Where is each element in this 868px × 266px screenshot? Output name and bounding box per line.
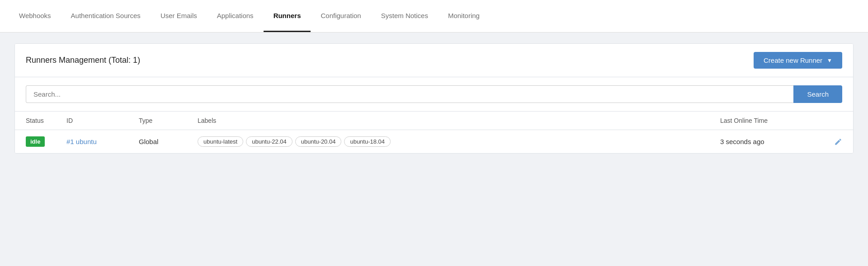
search-input[interactable] (26, 85, 793, 103)
id-cell: #1 ubuntu (66, 138, 139, 145)
table-row: idle #1 ubuntu Global ubuntu-latest ubun… (15, 130, 853, 153)
runner-link[interactable]: #1 ubuntu (66, 138, 97, 145)
table-header: Status ID Type Labels Last Online Time (15, 112, 853, 130)
nav-item-user-emails[interactable]: User Emails (151, 0, 207, 32)
label-ubuntu-18: ubuntu-18.04 (344, 136, 391, 147)
labels-cell: ubuntu-latest ubuntu-22.04 ubuntu-20.04 … (198, 136, 720, 147)
panel-title: Runners Management (Total: 1) (26, 56, 140, 65)
nav-item-webhooks[interactable]: Webhooks (9, 0, 61, 32)
status-cell: idle (26, 136, 66, 147)
nav-item-runners[interactable]: Runners (264, 0, 311, 32)
nav-item-configuration[interactable]: Configuration (311, 0, 371, 32)
col-last-online: Last Online Time (720, 117, 820, 124)
nav-item-auth-sources[interactable]: Authentication Sources (61, 0, 151, 32)
runners-panel: Runners Management (Total: 1) Create new… (14, 43, 854, 154)
label-ubuntu-22: ubuntu-22.04 (246, 136, 292, 147)
col-id: ID (66, 117, 139, 124)
search-bar: Search (15, 77, 853, 112)
nav-item-system-notices[interactable]: System Notices (371, 0, 438, 32)
last-online-cell: 3 seconds ago (720, 138, 820, 145)
status-badge: idle (26, 136, 45, 147)
edit-button[interactable] (820, 138, 842, 146)
col-actions (820, 117, 842, 124)
top-nav: Webhooks Authentication Sources User Ema… (0, 0, 868, 33)
main-content: Runners Management (Total: 1) Create new… (0, 33, 868, 164)
panel-header: Runners Management (Total: 1) Create new… (15, 44, 853, 77)
search-button[interactable]: Search (793, 85, 842, 103)
create-runner-button[interactable]: Create new Runner ▼ (754, 52, 842, 69)
type-cell: Global (139, 138, 198, 145)
col-type: Type (139, 117, 198, 124)
chevron-down-icon: ▼ (827, 57, 832, 64)
col-status: Status (26, 117, 66, 124)
col-labels: Labels (198, 117, 720, 124)
label-ubuntu-latest: ubuntu-latest (198, 136, 243, 147)
nav-item-monitoring[interactable]: Monitoring (438, 0, 490, 32)
create-runner-label: Create new Runner (764, 56, 822, 64)
nav-item-applications[interactable]: Applications (207, 0, 264, 32)
label-ubuntu-20: ubuntu-20.04 (295, 136, 342, 147)
